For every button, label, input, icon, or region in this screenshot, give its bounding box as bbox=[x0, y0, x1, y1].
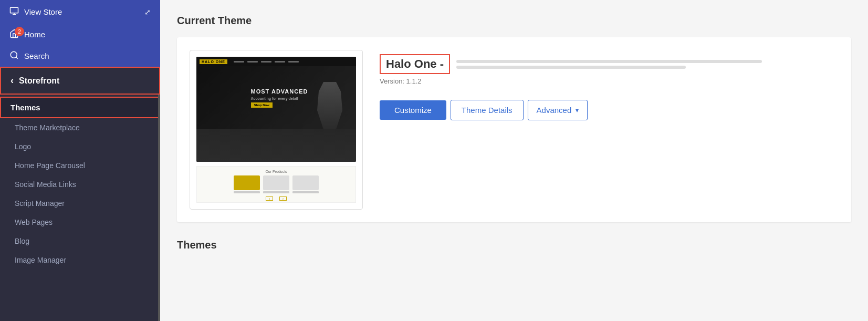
sidebar-nav: Themes Theme Marketplace Logo Home Page … bbox=[0, 95, 160, 321]
store-icon bbox=[9, 6, 19, 17]
products-row-mini bbox=[200, 175, 352, 193]
home-page-carousel-label: Home Page Carousel bbox=[15, 161, 85, 170]
sidebar-item-social-media-links[interactable]: Social Media Links bbox=[0, 175, 160, 194]
hero-text: MOST ADVANCED Accounting for every detai… bbox=[245, 88, 308, 107]
chevron-left-icon: ‹ bbox=[11, 75, 14, 86]
nav-line-3 bbox=[261, 61, 271, 63]
theme-screenshot: HALO ONE MOST ADVANCED bbox=[196, 57, 356, 162]
product-card-2 bbox=[263, 175, 289, 193]
search-item[interactable]: Search bbox=[0, 45, 160, 67]
sidebar-item-script-manager[interactable]: Script Manager bbox=[0, 194, 160, 213]
home-item[interactable]: 2 Home bbox=[0, 24, 160, 45]
sidebar: View Store ⤢ 2 Home Search bbox=[0, 0, 160, 321]
product-card-1 bbox=[234, 175, 260, 193]
storefront-item[interactable]: ‹ Storefront bbox=[0, 67, 160, 95]
chevron-down-icon: ▾ bbox=[576, 107, 579, 114]
product-label-3 bbox=[292, 191, 319, 193]
svg-rect-0 bbox=[11, 7, 18, 13]
storefront-label: Storefront bbox=[19, 76, 59, 86]
scroll-arrow-right: › bbox=[279, 196, 287, 201]
script-manager-label: Script Manager bbox=[15, 199, 65, 208]
sidebar-item-image-manager[interactable]: Image Manager bbox=[0, 251, 160, 270]
svg-point-1 bbox=[11, 51, 17, 58]
advanced-button[interactable]: Advanced ▾ bbox=[528, 100, 588, 120]
scroll-arrows: ‹ › bbox=[200, 196, 352, 201]
search-icon bbox=[9, 50, 19, 61]
view-store-item[interactable]: View Store ⤢ bbox=[0, 0, 160, 24]
theme-marketplace-label: Theme Marketplace bbox=[15, 123, 80, 132]
hero-main-text: MOST ADVANCED bbox=[251, 88, 308, 95]
view-store-left: View Store bbox=[9, 6, 62, 17]
theme-name-description bbox=[456, 60, 839, 69]
svg-line-2 bbox=[16, 57, 17, 58]
product-card-3 bbox=[292, 175, 319, 193]
theme-details-button[interactable]: Theme Details bbox=[451, 100, 524, 120]
screenshot-nav bbox=[234, 61, 299, 63]
theme-name-row: Halo One - bbox=[380, 54, 839, 74]
blog-label: Blog bbox=[15, 237, 29, 245]
notification-badge: 2 bbox=[15, 27, 24, 36]
hero-cta: Shop Now bbox=[251, 102, 273, 108]
sidebar-top: View Store ⤢ 2 Home Search bbox=[0, 0, 160, 67]
image-manager-label: Image Manager bbox=[15, 256, 66, 264]
nav-line-2 bbox=[247, 61, 258, 63]
screenshot-hero: MOST ADVANCED Accounting for every detai… bbox=[196, 66, 356, 129]
theme-name-suffix: - bbox=[437, 57, 444, 70]
product-img-2 bbox=[263, 175, 289, 190]
theme-name: Halo One bbox=[386, 57, 437, 70]
theme-preview-second: Our Products bbox=[196, 166, 356, 203]
theme-card: HALO ONE MOST ADVANCED bbox=[177, 37, 851, 222]
product-img-3 bbox=[292, 175, 319, 190]
theme-version: Version: 1.1.2 bbox=[380, 77, 839, 85]
hero-sub-text: Accounting for every detail bbox=[251, 97, 308, 100]
home-label: Home bbox=[24, 30, 45, 39]
sidebar-item-logo[interactable]: Logo bbox=[0, 137, 160, 156]
sidebar-item-themes[interactable]: Themes bbox=[0, 97, 160, 118]
external-link-icon: ⤢ bbox=[144, 8, 151, 16]
main-content: Current Theme HALO ONE bbox=[160, 0, 868, 321]
theme-name-box: Halo One - bbox=[380, 54, 450, 74]
products-section-mini: Our Products bbox=[200, 170, 352, 201]
desc-line-2 bbox=[456, 66, 686, 69]
web-pages-label: Web Pages bbox=[15, 218, 53, 226]
nav-line-5 bbox=[288, 61, 299, 63]
product-img-1 bbox=[234, 175, 260, 190]
theme-info: Halo One - Version: 1.1.2 Customize Them… bbox=[380, 50, 839, 210]
sidebar-item-web-pages[interactable]: Web Pages bbox=[0, 213, 160, 232]
logo-label: Logo bbox=[15, 142, 31, 151]
customize-button[interactable]: Customize bbox=[380, 100, 446, 120]
nav-line-4 bbox=[275, 61, 285, 63]
sidebar-item-theme-marketplace[interactable]: Theme Marketplace bbox=[0, 118, 160, 137]
sidebar-item-home-page-carousel[interactable]: Home Page Carousel bbox=[0, 156, 160, 175]
scroll-arrow-left: ‹ bbox=[266, 196, 273, 201]
social-media-links-label: Social Media Links bbox=[15, 180, 76, 189]
sidebar-item-blog[interactable]: Blog bbox=[0, 232, 160, 251]
product-label-2 bbox=[263, 191, 289, 193]
theme-screenshot-inner: HALO ONE MOST ADVANCED bbox=[196, 57, 356, 162]
screenshot-topbar: HALO ONE bbox=[196, 57, 356, 66]
product-label-1 bbox=[234, 191, 260, 193]
screenshot-logo: HALO ONE bbox=[200, 59, 227, 64]
current-theme-title: Current Theme bbox=[177, 15, 851, 27]
themes-section-title: Themes bbox=[177, 239, 851, 251]
nav-line-1 bbox=[234, 61, 244, 63]
advanced-label: Advanced bbox=[537, 106, 572, 115]
themes-label: Themes bbox=[11, 103, 40, 112]
view-store-label: View Store bbox=[24, 7, 62, 16]
theme-preview: HALO ONE MOST ADVANCED bbox=[190, 50, 363, 210]
desc-line-1 bbox=[456, 60, 762, 63]
products-title-mini: Our Products bbox=[200, 170, 352, 173]
search-label: Search bbox=[24, 51, 49, 60]
theme-actions: Customize Theme Details Advanced ▾ bbox=[380, 100, 839, 120]
